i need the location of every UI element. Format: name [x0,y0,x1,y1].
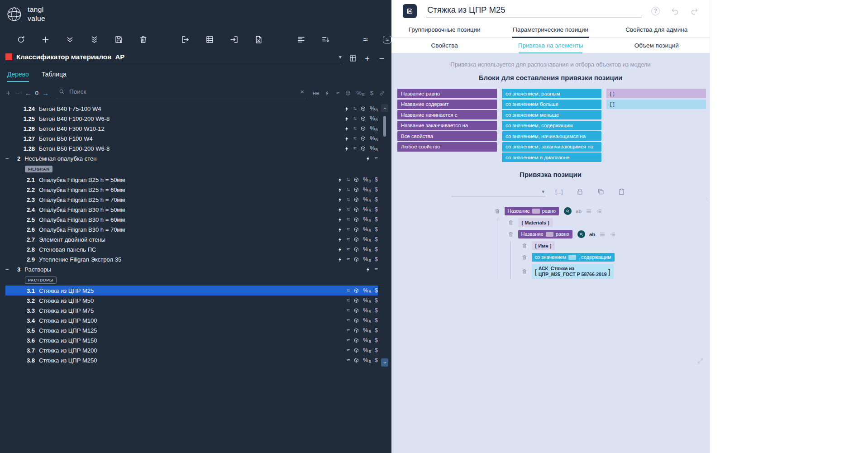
tree-item-row[interactable]: 1.26Бетон B40 F300 W10-12≈%B [5,124,378,134]
tree-item-row[interactable]: 2.5Опалубка Filigran B30 h = 60мм≈%B$ [5,215,378,224]
classifier-remove-icon[interactable]: − [377,54,386,64]
price-icon[interactable]: $ [375,227,378,233]
tab-sub-0[interactable]: Свойства [391,38,497,53]
insert-brackets-icon[interactable]: [..] [555,189,563,195]
tree-item-row[interactable]: 2.7Элемент двойной стены≈%B$ [5,234,378,244]
volume-icon[interactable]: %B [370,146,378,152]
approx-icon[interactable]: ≈ [347,308,350,314]
bolt-icon[interactable] [344,136,350,142]
model-icon[interactable] [353,227,359,233]
approx-icon[interactable]: ≈ [353,126,357,132]
bolt-icon[interactable] [337,257,343,262]
redo-icon[interactable] [690,7,699,15]
approx-icon[interactable]: ≈ [347,348,350,353]
volume-icon[interactable]: %B [363,237,371,243]
volume-icon[interactable]: %B [363,328,371,334]
tree-item-row[interactable]: 1.27Бетон B50 F100 W4≈%B [5,134,378,143]
approx-icon[interactable]: ≈ [347,257,350,262]
tab-table[interactable]: Таблица [42,71,67,82]
binding-block[interactable]: Название заканчивается на [397,121,497,130]
model-icon[interactable] [353,197,359,203]
list-icon[interactable] [586,208,592,215]
bolt-icon[interactable] [337,197,343,203]
model-icon[interactable] [353,247,359,253]
scroll-down-button[interactable] [381,358,388,367]
binding-block[interactable]: [ ] [606,100,706,109]
classifier-add-icon[interactable]: + [363,54,372,64]
bolt-icon[interactable] [337,237,343,243]
tree-item-row[interactable]: 2.8Стеновая панель ПС≈%B$ [5,244,378,254]
bolt-icon[interactable] [337,187,343,193]
model-icon[interactable] [353,318,359,324]
position-name-input[interactable]: Стяжка из ЦПР М25 [426,4,642,18]
rule-chip-name-equals[interactable]: Название равно [505,207,559,215]
volume-icon[interactable]: %B [357,90,365,96]
tab-tree[interactable]: Дерево [7,71,29,82]
tree-item-row[interactable]: 3.8Стяжка из ЦПР М250≈%B$ [5,355,378,365]
save-position-button[interactable] [403,4,417,18]
align-left-icon[interactable] [296,35,306,44]
volume-icon[interactable]: %B [370,136,378,142]
file-clear-icon[interactable] [254,35,263,44]
collapse-toggle-icon[interactable]: − [5,155,13,162]
refresh-icon[interactable] [16,35,26,44]
tree-item-row[interactable]: 1.25Бетон B40 F100-200 W6-8≈%B [5,114,378,124]
approx-icon[interactable]: ≈ [347,288,350,294]
tree-item-row[interactable]: 2.4Опалубка Filigran B30 h = 50мм≈%B$ [5,205,378,215]
tab-sub-1[interactable]: Привязка на элементы [497,38,603,53]
bolt-icon[interactable] [337,177,343,183]
tree-item-row[interactable]: 3.6Стяжка из ЦПР М150≈%B$ [5,335,378,345]
price-icon[interactable]: $ [375,328,378,334]
approx-icon[interactable]: ≈ [353,136,357,142]
tree-group-row[interactable]: −3Растворы≈ [5,264,378,274]
tree-item-row[interactable]: 3.1Стяжка из ЦПР М25≈%B$ [5,286,378,296]
approx-icon[interactable]: ≈ [347,197,350,203]
approx-icon[interactable]: ≈ [347,187,350,193]
rule-chip-value-contains[interactable]: со значением , содержащим [532,253,615,262]
collapse-list-icon[interactable] [610,231,616,238]
approx-icon[interactable]: ≈ [375,156,378,162]
model-icon[interactable] [353,237,359,243]
model-icon[interactable] [353,328,359,334]
volume-icon[interactable]: %B [363,298,371,304]
tree-item-row[interactable]: 2.2Опалубка Filigran B25 h = 60мм≈%B$ [5,185,378,195]
volume-icon[interactable]: %B [363,308,371,314]
volume-icon[interactable]: %B [370,126,378,132]
model-icon[interactable] [353,217,359,223]
volume-icon[interactable]: %B [370,116,378,122]
price-icon[interactable]: $ [375,237,378,243]
approx-icon[interactable]: ≈ [347,338,350,343]
model-icon[interactable] [353,207,359,213]
binding-block[interactable]: Название начинается с [397,110,497,119]
approx-icon[interactable]: ≈ [336,90,339,96]
bolt-icon[interactable] [324,90,330,96]
price-icon[interactable]: $ [375,207,378,213]
approx-icon[interactable]: ≈ [363,35,367,44]
volume-icon[interactable]: %B [370,106,378,112]
bolt-icon[interactable] [337,227,343,233]
prev-result-icon[interactable]: ← [25,90,32,97]
approx-icon[interactable]: ≈ [353,106,357,112]
tree-scrollbar[interactable] [381,104,388,367]
volume-icon[interactable]: %B [363,348,371,353]
price-icon[interactable]: $ [375,187,378,193]
approx-icon[interactable]: ≈ [347,177,350,183]
binding-template-select[interactable]: ▾ [452,187,546,196]
bolt-icon[interactable] [337,207,343,213]
binding-block[interactable]: со значением, равным [502,89,601,98]
binding-block[interactable]: Название содержит [397,100,497,109]
delete-rule-icon[interactable] [508,219,514,226]
bolt-icon[interactable] [365,156,371,162]
expand-all-icon[interactable] [90,35,99,44]
collapse-list-icon[interactable] [596,208,602,215]
tree-group-row[interactable]: −2Несъёмная опалубка стен≈ [5,153,378,163]
binding-block[interactable]: Любое свойство [397,142,497,152]
binding-block[interactable]: со значением, начинающимся на [502,131,601,141]
value-chip-property[interactable]: [ Имя ] [532,241,555,250]
bolt-icon[interactable] [344,126,350,132]
binding-block[interactable]: со значением меньше [502,110,601,119]
model-icon[interactable] [353,177,359,183]
tab-top-2[interactable]: Свойства для админа [604,22,710,37]
add-position-icon[interactable]: + [6,90,10,97]
volume-icon[interactable]: %B [363,338,371,343]
